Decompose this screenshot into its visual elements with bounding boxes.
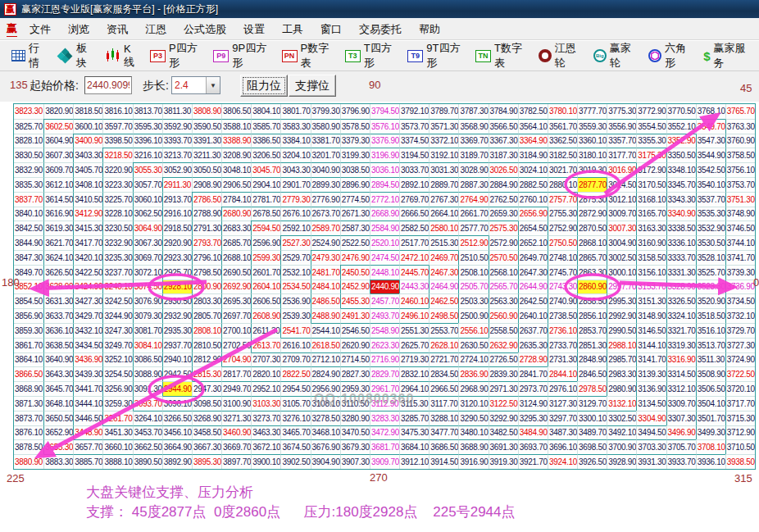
badge: PN — [282, 50, 298, 62]
menu-item-7[interactable]: 窗口 — [315, 19, 348, 40]
toolbar-label: P数字表 — [301, 41, 331, 70]
menu-item-8[interactable]: 交易委托 — [353, 19, 407, 40]
price-cell: 2488.90 — [311, 308, 340, 323]
price-cell: 2500.90 — [458, 308, 488, 323]
price-cell: 3026.50 — [489, 162, 518, 177]
price-cell: 2925.70 — [162, 265, 192, 280]
menu-item-2[interactable]: 资讯 — [101, 19, 134, 40]
toolbar-button-P数字表[interactable]: PNP数字表 — [279, 39, 334, 73]
price-cell: 3768.10 — [696, 104, 725, 119]
price-cell: 3840.10 — [14, 207, 43, 221]
price-cell: 3343.30 — [666, 192, 696, 207]
price-cell: 3710.50 — [725, 439, 755, 454]
price-cell: 3542.50 — [696, 162, 725, 177]
toolbar-label: 六角形 — [665, 41, 689, 70]
toolbar-button-六角形[interactable]: 六角形 — [645, 39, 693, 73]
toolbar-button-9P四方形[interactable]: P99P四方形 — [210, 39, 270, 73]
price-cell: 3156.10 — [636, 265, 666, 280]
price-cell: 3148.90 — [636, 308, 666, 323]
price-cell: 2848.90 — [577, 352, 607, 367]
price-cell: 3552.10 — [666, 119, 696, 134]
price-cell: 2666.50 — [399, 207, 429, 221]
price-cell: 2968.90 — [458, 381, 488, 396]
menu-item-1[interactable]: 浏览 — [62, 19, 95, 40]
menu-item-6[interactable]: 工具 — [276, 19, 309, 40]
price-cell: 2954.50 — [280, 381, 310, 396]
price-cell: 3487.30 — [548, 425, 577, 440]
price-cell: 3432.10 — [73, 323, 102, 338]
angle-label-135: 135 — [10, 79, 28, 91]
price-cell: 3028.90 — [458, 162, 488, 177]
price-cell: 3360.10 — [577, 134, 607, 148]
price-cell: 2995.30 — [607, 293, 636, 308]
price-cell: 3532.90 — [696, 221, 725, 235]
menu-item-0[interactable]: 文件 — [24, 19, 57, 40]
price-cell: 3897.70 — [221, 454, 251, 469]
price-cell: 2829.70 — [370, 366, 399, 381]
start-price-input[interactable] — [84, 76, 132, 94]
toolbar-button-9T四方形[interactable]: T99T四方形 — [404, 39, 465, 73]
price-cell: 2834.50 — [429, 366, 458, 381]
price-cell: 3424.90 — [73, 280, 102, 294]
price-cell: 2479.30 — [311, 250, 340, 265]
step-label: 步长: — [143, 79, 169, 93]
price-cell: 3448.90 — [73, 425, 102, 440]
menu-item-9[interactable]: 帮助 — [413, 19, 446, 40]
price-cell: 2980.90 — [607, 381, 636, 396]
toolbar-button-江恩轮[interactable]: 江恩轮 — [535, 39, 583, 73]
price-cell: 3914.50 — [429, 454, 458, 469]
chevron-down-icon[interactable]: ▼ — [206, 77, 220, 93]
price-cell: 3734.50 — [725, 293, 755, 308]
toolbar-button-赢家服务[interactable]: $赢家服务 — [700, 39, 752, 73]
toolbar-button-赢家轮[interactable]: Big赢家轮 — [590, 39, 638, 73]
step-combobox[interactable]: 2.4 ▼ — [171, 76, 220, 94]
toolbar-button-T数字表[interactable]: TNT数字表 — [472, 39, 528, 73]
menu-bar: 赢 文件浏览资讯江恩公式选股设置工具窗口交易委托帮助 — [0, 18, 759, 40]
menu-logo-icon: 赢 — [7, 21, 17, 37]
price-cell: 3369.70 — [458, 134, 488, 148]
price-cell: 3909.70 — [370, 454, 399, 469]
price-cell: 3830.50 — [14, 148, 43, 162]
price-cell: 3160.90 — [636, 235, 666, 250]
menu-item-5[interactable]: 设置 — [238, 19, 270, 40]
toolbar-button-行情[interactable]: 行情 — [8, 39, 48, 73]
price-cell: 2628.10 — [429, 338, 458, 352]
price-cell: 2606.50 — [251, 293, 280, 308]
price-cell: 2740.90 — [548, 293, 577, 308]
price-cell: 3573.70 — [399, 119, 429, 134]
price-cell: 2872.90 — [577, 207, 607, 221]
toolbar-button-P四方形[interactable]: P3P四方形 — [147, 39, 202, 73]
price-cell: 2918.50 — [162, 221, 192, 235]
price-cell: 3856.90 — [14, 308, 43, 323]
price-cell: 2611.30 — [251, 323, 280, 338]
price-cell: 3213.70 — [162, 148, 192, 162]
price-cell: 3441.70 — [73, 381, 102, 396]
price-cell: 3655.30 — [43, 439, 73, 454]
price-cell: 3247.30 — [102, 323, 132, 338]
price-cell: 3568.90 — [458, 119, 488, 134]
price-cell: 3134.50 — [636, 396, 666, 411]
price-cell: 2901.70 — [280, 177, 310, 192]
toolbar-button-板块[interactable]: 板块 — [55, 39, 95, 73]
price-cell: 3444.10 — [73, 396, 102, 411]
price-cell: 3002.50 — [607, 250, 636, 265]
toolbar-label: 9T四方形 — [426, 41, 461, 70]
support-button[interactable]: 支撑位 — [289, 75, 336, 97]
price-cell: 2719.30 — [399, 352, 429, 367]
price-cell: 3206.50 — [251, 148, 280, 162]
price-cell: 2796.10 — [192, 250, 221, 265]
price-cell: 2683.30 — [221, 221, 251, 235]
price-cell: 3535.30 — [696, 207, 725, 221]
price-cell: 3933.70 — [666, 454, 696, 469]
price-cell: 2496.10 — [399, 308, 429, 323]
toolbar-button-K线[interactable]: K线 — [102, 40, 139, 72]
toolbar-button-T四方形[interactable]: T3T四方形 — [342, 39, 398, 73]
resistance-button[interactable]: 阻力位 — [240, 75, 288, 97]
menu-item-3[interactable]: 江恩 — [139, 19, 172, 40]
price-cell: 2858.50 — [577, 293, 607, 308]
menu-item-4[interactable]: 公式选股 — [178, 19, 232, 40]
price-cell: 3520.90 — [696, 293, 725, 308]
price-cell: 3684.10 — [399, 439, 429, 454]
toolbar-label: 9P四方形 — [232, 41, 267, 70]
price-cell: 2536.90 — [280, 293, 310, 308]
